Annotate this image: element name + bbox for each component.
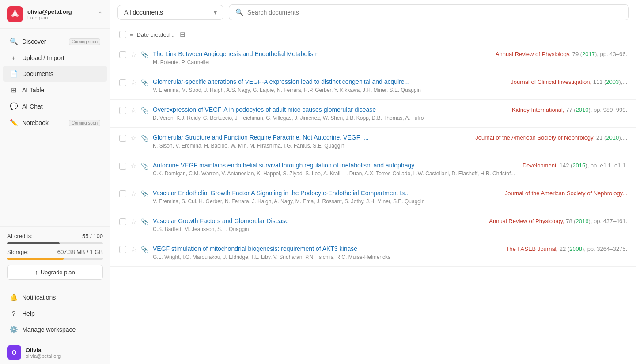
doc-authors-8: G.L. Wright, I.G. Maroulakou, J. Eldridg… (153, 254, 627, 260)
sidebar-item-upload[interactable]: + Upload / Import (3, 50, 107, 65)
doc-clip-icon-3: 📎 (141, 107, 148, 114)
workspace-chevron[interactable]: ⌃ (98, 11, 103, 18)
table-row: ☆ 📎 Vascular Growth Factors and Glomerul… (110, 211, 636, 239)
sidebar-item-help[interactable]: ? Help (3, 306, 107, 321)
doc-title-5[interactable]: Autocrine VEGF maintains endothelial sur… (153, 162, 519, 169)
storage-progress-bar (7, 258, 103, 260)
doc-title-7[interactable]: Vascular Growth Factors and Glomerular D… (153, 217, 485, 224)
sidebar-footer: O Olivia olivia@petal.org (0, 341, 110, 364)
sidebar-item-ai-chat[interactable]: 💬 AI Chat (3, 99, 107, 114)
document-filter-select[interactable]: All documents ▾ (117, 5, 223, 20)
doc-title-row-3: Overexpression of VEGF-A in podocytes of… (153, 106, 627, 113)
doc-title-6[interactable]: Vascular Endothelial Growth Factor A Sig… (153, 190, 501, 197)
doc-journal-3: Kidney International, 77 (2010), pp. 989… (512, 106, 627, 113)
sidebar-nav: 🔍 Discover Coming soon + Upload / Import… (0, 29, 110, 226)
doc-checkbox-1[interactable] (119, 51, 126, 58)
footer-user-info: Olivia olivia@petal.org (26, 347, 61, 359)
doc-journal-5: Development, 142 (2015), pp. e1.1–e1.1. (522, 162, 627, 169)
doc-checkbox-4[interactable] (119, 135, 126, 142)
search-input[interactable] (247, 9, 622, 16)
table-row: ☆ 📎 VEGF stimulation of mitochondrial bi… (110, 239, 636, 267)
doc-star-5[interactable]: ☆ (131, 162, 136, 170)
sidebar-bottom-nav: 🔔 Notifications ? Help ⚙️ Manage workspa… (0, 286, 110, 341)
doc-content-7: Vascular Growth Factors and Glomerular D… (153, 217, 627, 232)
doc-star-4[interactable]: ☆ (131, 134, 136, 142)
document-list: ☆ 📎 The Link Between Angiogenesis and En… (110, 44, 636, 364)
doc-title-4[interactable]: Glomerular Structure and Function Requir… (153, 134, 472, 141)
nav-icon-help: ? (10, 310, 18, 317)
main-content: All documents ▾ 🔍 ≡ Date created ↓ ⊟ ☆ 📎… (110, 0, 636, 364)
badge-notebook: Coming soon (69, 120, 100, 126)
date-created-sort[interactable]: Date created ↓ (137, 31, 174, 38)
sidebar-item-notebook[interactable]: ✏️ Notebook Coming soon (3, 115, 107, 131)
sidebar-item-manage-workspace[interactable]: ⚙️ Manage workspace (3, 322, 107, 337)
svg-point-1 (14, 10, 16, 13)
user-info: olivia@petal.org Free plan (27, 8, 93, 20)
doc-star-1[interactable]: ☆ (131, 51, 136, 59)
nav-icon-manage-workspace: ⚙️ (10, 326, 18, 334)
topbar: All documents ▾ 🔍 (110, 0, 636, 25)
doc-title-row-8: VEGF stimulation of mitochondrial biogen… (153, 245, 627, 252)
doc-title-2[interactable]: Glomerular-specific alterations of VEGF-… (153, 78, 507, 85)
doc-journal-8: The FASEB Journal, 22 (2008), pp. 3264–3… (506, 246, 627, 252)
doc-title-row-2: Glomerular-specific alterations of VEGF-… (153, 78, 627, 85)
doc-authors-5: C.K. Domigan, C.M. Warren, V. Antanesian… (153, 171, 627, 177)
doc-clip-icon-4: 📎 (141, 135, 148, 142)
doc-star-3[interactable]: ☆ (131, 106, 136, 114)
doc-authors-6: V. Eremina, S. Cui, H. Gerber, N. Ferrar… (153, 198, 627, 205)
doc-star-2[interactable]: ☆ (131, 79, 136, 87)
table-row: ☆ 📎 Glomerular-specific alterations of V… (110, 72, 636, 100)
select-all-checkbox[interactable] (119, 31, 126, 38)
doc-title-1[interactable]: The Link Between Angiogenesis and Endoth… (153, 50, 492, 57)
select-chevron-icon: ▾ (214, 9, 217, 16)
credits-progress-fill (7, 242, 60, 244)
nav-label-notifications: Notifications (22, 294, 56, 301)
sort-arrow-icon: ↓ (171, 31, 174, 38)
doc-star-7[interactable]: ☆ (131, 218, 136, 226)
filter-icon[interactable]: ⊟ (180, 30, 186, 38)
doc-checkbox-3[interactable] (119, 107, 126, 114)
sidebar-item-notifications[interactable]: 🔔 Notifications (3, 289, 107, 305)
sidebar-item-documents[interactable]: 📄 Documents (3, 66, 107, 82)
doc-content-3: Overexpression of VEGF-A in podocytes of… (153, 106, 627, 121)
search-bar[interactable]: 🔍 (229, 4, 629, 20)
doc-star-6[interactable]: ☆ (131, 190, 136, 198)
doc-journal-7: Annual Review of Physiology, 78 (2016), … (489, 218, 627, 224)
doc-checkbox-5[interactable] (119, 163, 126, 170)
doc-clip-icon-1: 📎 (141, 51, 148, 58)
table-row: ☆ 📎 Autocrine VEGF maintains endothelial… (110, 155, 636, 183)
doc-authors-1: M. Potente, P. Carmeliet (153, 59, 627, 65)
credits-section: AI credits: 55 / 100 Storage: 607.38 MB … (0, 226, 110, 286)
storage-label: Storage: (7, 249, 29, 255)
table-row: ☆ 📎 Overexpression of VEGF-A in podocyte… (110, 100, 636, 128)
doc-checkbox-8[interactable] (119, 246, 126, 253)
sort-icon[interactable]: ≡ (130, 31, 133, 38)
doc-checkbox-6[interactable] (119, 190, 126, 197)
sidebar-item-ai-table[interactable]: ⊞ AI Table (3, 82, 107, 98)
doc-journal-4: Journal of the American Society of Nephr… (475, 134, 627, 141)
app-logo (7, 6, 23, 22)
doc-content-1: The Link Between Angiogenesis and Endoth… (153, 50, 627, 65)
footer-user-name: Olivia (26, 347, 61, 353)
user-email: olivia@petal.org (27, 8, 93, 15)
credits-value: 55 / 100 (82, 233, 103, 239)
doc-star-8[interactable]: ☆ (131, 246, 136, 254)
doc-checkbox-2[interactable] (119, 79, 126, 86)
doc-content-6: Vascular Endothelial Growth Factor A Sig… (153, 190, 627, 205)
nav-label-help: Help (22, 310, 35, 317)
footer-user-email: olivia@petal.org (26, 353, 61, 359)
sidebar: olivia@petal.org Free plan ⌃ 🔍 Discover … (0, 0, 110, 364)
doc-title-row-7: Vascular Growth Factors and Glomerular D… (153, 217, 627, 224)
svg-point-3 (11, 14, 14, 17)
storage-value: 607.38 MB / 1 GB (57, 249, 103, 255)
doc-clip-icon-7: 📎 (141, 218, 148, 225)
table-row: ☆ 📎 Glomerular Structure and Function Re… (110, 128, 636, 155)
doc-title-8[interactable]: VEGF stimulation of mitochondrial biogen… (153, 245, 502, 252)
upgrade-button[interactable]: ↑ Upgrade plan (7, 265, 103, 280)
sidebar-header[interactable]: olivia@petal.org Free plan ⌃ (0, 0, 110, 29)
doc-list-header: ≡ Date created ↓ ⊟ (110, 25, 636, 44)
doc-title-3[interactable]: Overexpression of VEGF-A in podocytes of… (153, 106, 508, 113)
sidebar-item-discover[interactable]: 🔍 Discover Coming soon (3, 34, 107, 49)
doc-authors-7: C.S. Bartlett, M. Jeansson, S.E. Quaggin (153, 226, 627, 232)
doc-checkbox-7[interactable] (119, 218, 126, 225)
